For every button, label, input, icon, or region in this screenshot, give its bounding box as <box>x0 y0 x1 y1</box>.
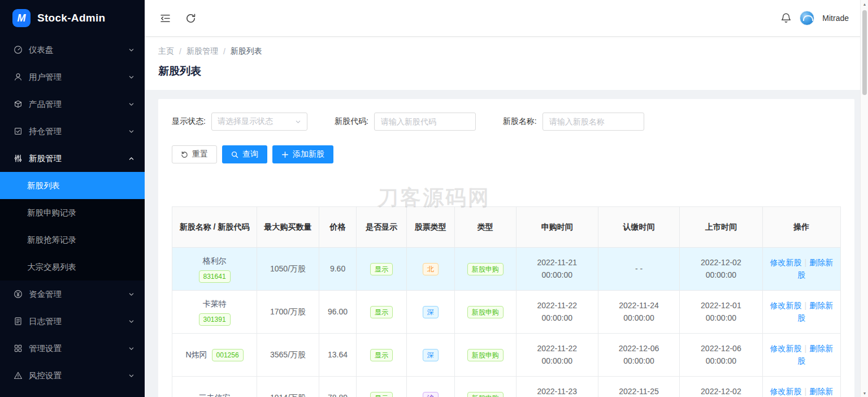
chevron-down-icon <box>295 119 301 125</box>
table-row: N炜冈0012563565/万股13.64显示深新股申购2022-11-2200… <box>172 334 841 377</box>
risk-icon <box>14 371 23 380</box>
username[interactable]: Mitrade <box>822 14 849 23</box>
visible-badge: 显示 <box>370 263 393 275</box>
code-input[interactable] <box>374 113 476 131</box>
market-cell: 北 <box>406 248 454 291</box>
logo[interactable]: M Stock-Admin <box>0 0 145 36</box>
list-card: 显示状态: 请选择显示状态 新股代码: 新股名称: <box>158 99 854 397</box>
pay-time-cell: 2022-11-2500:00:00 <box>598 377 679 397</box>
max-buy-cell: 1914/万股 <box>257 377 319 397</box>
subscribe-time-cell: 2022-11-2100:00:00 <box>516 248 598 291</box>
sidebar-item-user-management[interactable]: 用户管理 <box>0 63 145 90</box>
code-label: 新股代码: <box>335 116 368 127</box>
sidebar-subitem-block-trade-list[interactable]: 大宗交易列表 <box>0 253 145 281</box>
type-badge: 新股申购 <box>467 392 504 397</box>
type-cell: 新股申购 <box>454 334 516 377</box>
visible-badge: 显示 <box>370 392 393 397</box>
delete-stock-link[interactable]: 删除新股 <box>797 344 833 365</box>
sidebar-subitem-new-stock-list[interactable]: 新股列表 <box>0 172 145 199</box>
pay-time-cell: - - <box>598 248 679 291</box>
chevron-down-icon <box>128 346 134 352</box>
add-stock-button[interactable]: 添加新股 <box>272 145 333 163</box>
sidebar-item-fund-management[interactable]: 资金管理 <box>0 281 145 308</box>
breadcrumb-item[interactable]: 新股管理 <box>186 46 218 57</box>
scroll-up-arrow[interactable]: ▲ <box>861 0 868 8</box>
type-badge: 新股申购 <box>467 263 504 275</box>
app-title: Stock-Admin <box>37 12 105 24</box>
add-stock-label: 添加新股 <box>293 149 324 159</box>
delete-stock-link[interactable]: 删除新股 <box>797 258 833 279</box>
chevron-down-icon <box>128 74 134 80</box>
reset-button[interactable]: 重置 <box>172 145 217 163</box>
sidebar-item-label: 仪表盘 <box>29 45 128 55</box>
chevron-down-icon <box>128 318 134 325</box>
max-buy-cell: 1050/万股 <box>257 248 319 291</box>
action-buttons: 重置 查询 <box>172 145 841 163</box>
breadcrumb-separator: / <box>179 47 181 56</box>
topbar: Mitrade <box>145 0 868 36</box>
sidebar-item-new-stock-management[interactable]: 新股管理 <box>0 145 145 172</box>
table-row: 三未信安1914/万股78.89显示沪新股申购2022-11-2300:00:0… <box>172 377 841 397</box>
name-input[interactable] <box>542 113 644 131</box>
bell-icon[interactable] <box>780 12 792 24</box>
chevron-down-icon <box>128 373 134 379</box>
column-header: 最大购买数量 <box>257 207 319 248</box>
search-icon <box>231 151 238 158</box>
type-cell: 新股申购 <box>454 248 516 291</box>
column-header: 价格 <box>319 207 356 248</box>
filter-code: 新股代码: <box>335 113 476 131</box>
column-header: 是否显示 <box>357 207 407 248</box>
main-area: Mitrade 主页/新股管理/新股列表 新股列表 显示状态: 请选择显示状态 <box>145 0 868 397</box>
new-stock-icon <box>14 154 23 163</box>
market-cell: 深 <box>406 291 454 334</box>
sidebar-item-admin-settings[interactable]: 管理设置 <box>0 335 145 362</box>
subscribe-time-cell: 2022-11-2300:00:00 <box>516 377 598 397</box>
stock-name: 格利尔 <box>203 255 227 267</box>
scroll-down-arrow[interactable]: ▼ <box>861 389 868 397</box>
market-badge: 深 <box>423 306 439 318</box>
scrollbar-thumb[interactable] <box>862 10 867 95</box>
market-badge: 沪 <box>423 392 439 397</box>
edit-stock-link[interactable]: 修改新股 <box>770 344 802 353</box>
sidebar-item-label: 产品管理 <box>29 99 128 110</box>
sidebar-item-label: 新股管理 <box>29 153 128 164</box>
menu-fold-icon[interactable] <box>159 12 171 24</box>
action-separator: | <box>805 344 807 353</box>
plus-icon <box>281 151 289 158</box>
column-header: 申购时间 <box>516 207 598 248</box>
sidebar-item-label: 管理设置 <box>29 343 128 354</box>
stock-code-badge: 001256 <box>212 349 244 361</box>
max-buy-cell: 3565/万股 <box>257 334 319 377</box>
column-header: 操作 <box>762 207 840 248</box>
chevron-down-icon <box>128 101 134 107</box>
action-separator: | <box>805 258 807 267</box>
chevron-down-icon <box>128 128 134 135</box>
edit-stock-link[interactable]: 修改新股 <box>770 301 802 310</box>
scrollbar[interactable]: ▲ ▼ <box>860 0 868 397</box>
delete-stock-link[interactable]: 删除新股 <box>797 387 833 397</box>
edit-stock-link[interactable]: 修改新股 <box>770 387 802 396</box>
price-cell: 96.00 <box>319 291 356 334</box>
status-select[interactable]: 请选择显示状态 <box>211 113 307 131</box>
sidebar-item-dashboard[interactable]: 仪表盘 <box>0 36 145 63</box>
dashboard-icon <box>14 45 23 54</box>
edit-stock-link[interactable]: 修改新股 <box>770 258 802 267</box>
sidebar-item-product-management[interactable]: 产品管理 <box>0 90 145 118</box>
search-button[interactable]: 查询 <box>222 145 267 163</box>
avatar[interactable] <box>800 11 814 25</box>
market-cell: 深 <box>406 334 454 377</box>
type-badge: 新股申购 <box>467 349 504 361</box>
sidebar-item-log-management[interactable]: 日志管理 <box>0 308 145 335</box>
breadcrumb-item[interactable]: 主页 <box>158 46 174 57</box>
delete-stock-link[interactable]: 删除新股 <box>797 301 833 322</box>
breadcrumb: 主页/新股管理/新股列表 <box>158 46 854 57</box>
sidebar-item-position-management[interactable]: 持仓管理 <box>0 118 145 145</box>
users-icon <box>14 72 23 81</box>
price-cell: 13.64 <box>319 334 356 377</box>
sidebar-subitem-new-stock-grab-records[interactable]: 新股抢筹记录 <box>0 226 145 253</box>
sidebar-item-risk-settings[interactable]: 风控设置 <box>0 362 145 389</box>
refresh-icon[interactable] <box>185 12 197 24</box>
sidebar-subitem-new-stock-subscribe-records[interactable]: 新股申购记录 <box>0 199 145 226</box>
column-header: 认缴时间 <box>598 207 679 248</box>
stock-code-badge: 301391 <box>199 313 231 326</box>
